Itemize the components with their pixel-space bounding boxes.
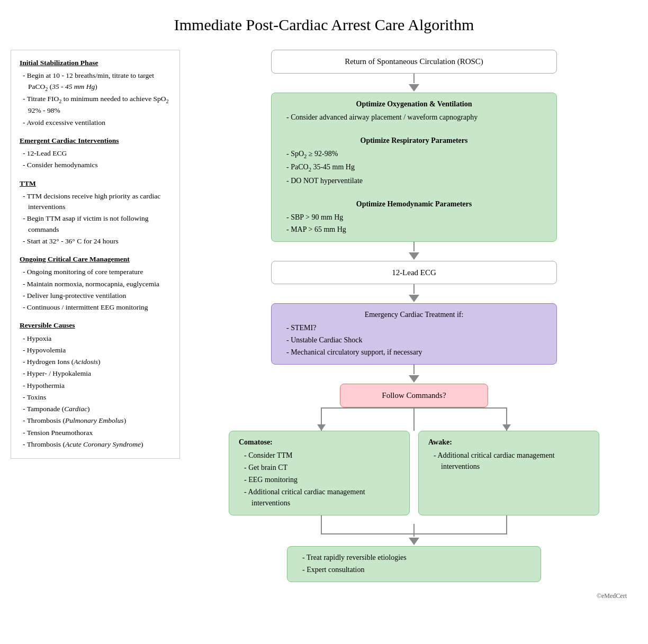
sidebar-list-ongoing: - Ongoing monitoring of core temperature… <box>20 267 171 313</box>
list-item: - Mechanical circulatory support, if nec… <box>286 347 547 358</box>
oxygenation-title: Optimize Oxygenation & Ventilation <box>281 98 547 110</box>
list-item: - Hypovolemia <box>23 345 171 356</box>
list-item: - DO NOT hyperventilate <box>286 175 547 186</box>
follow-commands-label: Follow Commands? <box>382 391 446 400</box>
flowchart: Return of Spontaneous Circulation (ROSC)… <box>191 50 637 600</box>
oxygenation-list: - Consider advanced airway placement / w… <box>281 112 547 123</box>
list-item: - Unstable Cardiac Shock <box>286 334 547 346</box>
list-item: - Hyper- / Hypokalemia <box>23 368 171 379</box>
emergency-cardiac-list: - STEMI? - Unstable Cardiac Shock - Mech… <box>281 322 547 358</box>
sidebar-section-ongoing: Ongoing Critical Care Management - Ongoi… <box>20 254 171 313</box>
list-item: - Thrombosis (Acute Coronary Syndrome) <box>23 439 171 450</box>
sidebar-section-ttm: TTM - TTM decisions receive high priorit… <box>20 178 171 247</box>
page-title: Immediate Post-Cardiac Arrest Care Algor… <box>11 16 637 34</box>
list-item: - PaCO2 35-45 mm Hg <box>286 161 547 174</box>
list-item: - 12-Lead ECG <box>23 148 171 159</box>
oxygenation-box: Optimize Oxygenation & Ventilation - Con… <box>271 93 557 242</box>
comatose-box: Comatose: - Consider TTM - Get brain CT … <box>229 431 410 515</box>
list-item: - Begin at 10 - 12 breaths/min, titrate … <box>23 70 171 93</box>
awake-title: Awake: <box>428 437 589 448</box>
list-item: - Deliver lung-protective ventilation <box>23 291 171 301</box>
list-item: - Tension Pneumothorax <box>23 428 171 438</box>
sidebar: Initial Stabilization Phase - Begin at 1… <box>11 50 180 459</box>
ecg-label: 12-Lead ECG <box>392 268 436 277</box>
list-item: - Avoid excessive ventilation <box>23 117 171 128</box>
list-item: - Expert consultation <box>302 564 531 575</box>
list-item: - Start at 32° - 36° C for 24 hours <box>23 236 171 247</box>
split-row: Comatose: - Consider TTM - Get brain CT … <box>229 431 599 515</box>
list-item: - Consider TTM <box>244 450 400 461</box>
list-item: - Consider advanced airway placement / w… <box>286 112 547 123</box>
list-item: - MAP > 65 mm Hg <box>286 224 547 235</box>
list-item: - Tamponade (Cardiac) <box>23 404 171 414</box>
respiratory-list: - SpO2 ≥ 92-98% - PaCO2 35-45 mm Hg - DO… <box>281 148 547 186</box>
sidebar-title-initial: Initial Stabilization Phase <box>20 58 171 68</box>
branch-section <box>229 407 599 431</box>
arrow-2 <box>409 242 419 261</box>
sidebar-section-reversible: Reversible Causes - Hypoxia - Hypovolemi… <box>20 320 171 450</box>
list-item: - EEG monitoring <box>244 474 400 485</box>
follow-commands-box: Follow Commands? <box>340 384 488 407</box>
sidebar-title-ttm: TTM <box>20 178 171 189</box>
sidebar-title-emergent: Emergent Cardiac Interventions <box>20 135 171 146</box>
list-item: - Ongoing monitoring of core temperature <box>23 267 171 277</box>
list-item: - Hypothermia <box>23 380 171 391</box>
hemodynamic-title: Optimize Hemodynamic Parameters <box>281 198 547 210</box>
comatose-title: Comatose: <box>239 437 400 448</box>
list-item: - Consider hemodynamics <box>23 160 171 170</box>
ecg-box: 12-Lead ECG <box>271 261 557 285</box>
list-item: - Toxins <box>23 392 171 403</box>
rosc-box: Return of Spontaneous Circulation (ROSC) <box>271 50 557 74</box>
hemodynamic-list: - SBP > 90 mm Hg - MAP > 65 mm Hg <box>281 212 547 235</box>
sidebar-section-emergent: Emergent Cardiac Interventions - 12-Lead… <box>20 135 171 171</box>
rosc-label: Return of Spontaneous Circulation (ROSC) <box>345 57 483 66</box>
list-item: - Thrombosis (Pulmonary Embolus) <box>23 415 171 426</box>
bottom-list: - Treat rapidly reversible etiologies - … <box>297 552 531 575</box>
arrow-5 <box>409 534 419 546</box>
sidebar-title-reversible: Reversible Causes <box>20 320 171 331</box>
list-item: - Additional critical cardiac management… <box>244 486 400 509</box>
list-item: - Additional critical cardiac management… <box>434 450 589 472</box>
sidebar-title-ongoing: Ongoing Critical Care Management <box>20 254 171 265</box>
awake-list: - Additional critical cardiac management… <box>428 450 589 472</box>
list-item: - Begin TTM asap if victim is not follow… <box>23 213 171 235</box>
comatose-list: - Consider TTM - Get brain CT - EEG moni… <box>239 450 400 509</box>
list-item: - Treat rapidly reversible etiologies <box>302 552 531 563</box>
arrow-4 <box>409 365 419 384</box>
list-item: - TTM decisions receive high priority as… <box>23 191 171 213</box>
list-item: - Maintain normoxia, normocapnia, euglyc… <box>23 279 171 289</box>
emergency-cardiac-box: Emergency Cardiac Treatment if: - STEMI?… <box>271 303 557 365</box>
copyright: ©eMedCert <box>597 592 632 600</box>
emergency-cardiac-title: Emergency Cardiac Treatment if: <box>281 309 547 320</box>
bottom-box: - Treat rapidly reversible etiologies - … <box>287 546 541 582</box>
list-item: - SpO2 ≥ 92-98% <box>286 148 547 161</box>
list-item: - Titrate FIO2 to minimum needed to achi… <box>23 94 171 116</box>
arrow-3 <box>409 284 419 303</box>
list-item: - Continuous / intermittent EEG monitori… <box>23 302 171 313</box>
sidebar-list-initial: - Begin at 10 - 12 breaths/min, titrate … <box>20 70 171 128</box>
arrow-1 <box>409 74 419 93</box>
respiratory-title: Optimize Respiratory Parameters <box>281 135 547 146</box>
merge-section <box>229 515 599 534</box>
sidebar-list-reversible: - Hypoxia - Hypovolemia - Hydrogen Ions … <box>20 333 171 450</box>
list-item: - STEMI? <box>286 322 547 333</box>
list-item: - Get brain CT <box>244 462 400 473</box>
list-item: - Hydrogen Ions (Acidosis) <box>23 357 171 367</box>
sidebar-list-emergent: - 12-Lead ECG - Consider hemodynamics <box>20 148 171 171</box>
sidebar-list-ttm: - TTM decisions receive high priority as… <box>20 191 171 247</box>
sidebar-section-initial: Initial Stabilization Phase - Begin at 1… <box>20 58 171 128</box>
awake-box: Awake: - Additional critical cardiac man… <box>418 431 599 515</box>
list-item: - Hypoxia <box>23 333 171 344</box>
main-layout: Initial Stabilization Phase - Begin at 1… <box>11 50 637 600</box>
list-item: - SBP > 90 mm Hg <box>286 212 547 223</box>
